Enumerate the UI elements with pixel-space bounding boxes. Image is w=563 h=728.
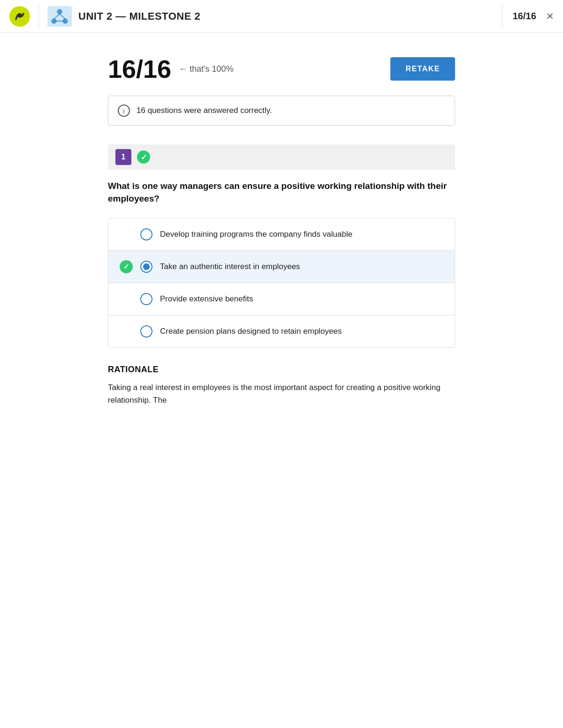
header-score: 16/16 bbox=[513, 11, 536, 22]
score-row: 16/16 ← that's 100% RETAKE bbox=[108, 56, 455, 82]
no-indicator-d bbox=[120, 325, 133, 338]
close-button[interactable]: × bbox=[547, 9, 554, 23]
question-header: 1 ✓ bbox=[108, 144, 455, 170]
header-divider-1 bbox=[38, 5, 39, 28]
info-box-text: 16 questions were answered correctly. bbox=[137, 106, 272, 115]
no-indicator-c bbox=[120, 293, 133, 306]
question-correct-indicator: ✓ bbox=[137, 150, 150, 164]
correct-indicator-b: ✓ bbox=[120, 260, 133, 273]
answers-container: Develop training programs the company fi… bbox=[108, 218, 455, 348]
rationale-title: RATIONALE bbox=[108, 365, 455, 375]
question-text: What is one way managers can ensure a po… bbox=[108, 180, 455, 205]
svg-line-6 bbox=[60, 14, 65, 19]
answer-option-b[interactable]: ✓ Take an authentic interest in employee… bbox=[108, 251, 455, 283]
answer-text-a: Develop training programs the company fi… bbox=[160, 229, 352, 240]
no-indicator-a bbox=[120, 228, 133, 241]
rationale-section: RATIONALE Taking a real interest in empl… bbox=[108, 365, 455, 406]
question-block: 1 ✓ What is one way managers can ensure … bbox=[108, 144, 455, 348]
score-large: 16/16 bbox=[108, 56, 171, 82]
header-title: UNIT 2 — MILESTONE 2 bbox=[78, 10, 492, 23]
radio-b[interactable] bbox=[140, 261, 152, 273]
main-content: 16/16 ← that's 100% RETAKE i 16 question… bbox=[89, 33, 474, 435]
radio-d[interactable] bbox=[140, 325, 152, 338]
answer-option-c[interactable]: Provide extensive benefits bbox=[108, 283, 455, 315]
radio-a[interactable] bbox=[140, 228, 152, 240]
score-percent-label: ← that's 100% bbox=[179, 64, 234, 74]
radio-c[interactable] bbox=[140, 293, 152, 305]
answer-text-b: Take an authentic interest in employees bbox=[160, 261, 300, 272]
svg-line-5 bbox=[54, 14, 60, 19]
info-icon: i bbox=[118, 105, 130, 117]
answer-text-d: Create pension plans designed to retain … bbox=[160, 326, 342, 337]
svg-point-1 bbox=[17, 13, 22, 18]
app-logo-icon bbox=[9, 6, 30, 27]
unit-icon bbox=[47, 6, 72, 27]
retake-button[interactable]: RETAKE bbox=[390, 57, 455, 81]
page-header: UNIT 2 — MILESTONE 2 16/16 × bbox=[0, 0, 563, 33]
question-number-badge: 1 bbox=[115, 149, 131, 165]
answer-option-d[interactable]: Create pension plans designed to retain … bbox=[108, 315, 455, 347]
rationale-text: Taking a real interest in employees is t… bbox=[108, 381, 455, 406]
answer-option-a[interactable]: Develop training programs the company fi… bbox=[108, 218, 455, 251]
svg-point-2 bbox=[57, 9, 62, 14]
answer-text-c: Provide extensive benefits bbox=[160, 293, 253, 305]
radio-inner-b bbox=[143, 263, 150, 270]
info-box: i 16 questions were answered correctly. bbox=[108, 96, 455, 126]
header-divider-2 bbox=[502, 5, 502, 28]
